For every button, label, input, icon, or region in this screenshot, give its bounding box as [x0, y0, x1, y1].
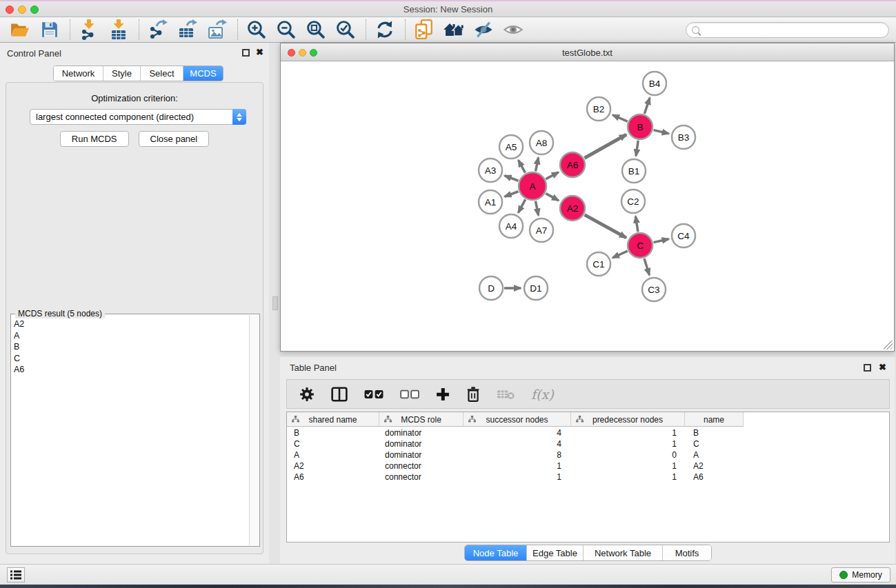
tab-network[interactable]: Network	[54, 66, 103, 81]
window-resize-grip[interactable]	[884, 341, 893, 349]
tab-motifs[interactable]: Motifs	[663, 545, 711, 560]
export-network-icon[interactable]	[147, 19, 169, 40]
mcds-result-item[interactable]: C	[14, 353, 247, 365]
graph-edge-A-A8[interactable]	[535, 158, 538, 172]
table-cell[interactable]: 1	[464, 460, 571, 472]
graph-edge-A-A4[interactable]	[518, 199, 525, 212]
home-icon[interactable]	[443, 19, 465, 40]
import-table-icon[interactable]	[108, 19, 130, 40]
column-header-name[interactable]: name	[685, 412, 744, 427]
run-mcds-button[interactable]: Run MCDS	[60, 131, 129, 147]
graph-node-C3[interactable]: C3	[642, 278, 666, 301]
table-cell[interactable]: dominator	[379, 449, 464, 460]
float-table-panel-icon[interactable]	[864, 364, 871, 372]
table-cell[interactable]: A2	[287, 460, 379, 472]
graph-node-B[interactable]: B	[628, 114, 653, 139]
task-history-button[interactable]	[7, 567, 25, 582]
graph-node-B1[interactable]: B1	[622, 159, 646, 183]
graph-edge-A-A6[interactable]	[546, 172, 558, 179]
table-cell[interactable]: B	[287, 427, 379, 438]
graph-edge-A2-C[interactable]	[585, 215, 626, 238]
table-cell[interactable]: A6	[287, 472, 379, 483]
export-image-icon[interactable]	[206, 19, 228, 40]
tab-edge-table[interactable]: Edge Table	[527, 545, 584, 560]
table-cell[interactable]: 1	[571, 427, 685, 438]
graph-node-A7[interactable]: A7	[530, 219, 553, 242]
import-network-icon[interactable]	[78, 19, 100, 40]
graph-edge-A-A2[interactable]	[546, 194, 559, 201]
graph-edge-B-B4[interactable]	[644, 98, 650, 114]
zoom-out-icon[interactable]	[275, 19, 297, 40]
table-cell[interactable]: 4	[464, 427, 571, 438]
graph-node-B2[interactable]: B2	[587, 97, 610, 121]
graph-edge-C-C3[interactable]	[644, 258, 649, 275]
export-table-icon[interactable]	[177, 19, 199, 40]
graph-node-A4[interactable]: A4	[499, 214, 523, 238]
graph-edge-B-B2[interactable]	[613, 115, 627, 121]
graph-node-A2[interactable]: A2	[560, 196, 585, 221]
search-input[interactable]	[699, 26, 888, 35]
table-cell[interactable]: A	[685, 449, 744, 460]
graph-node-A6[interactable]: A6	[560, 152, 585, 177]
network-window-titlebar[interactable]: testGlobe.txt	[281, 43, 894, 61]
eye-show-icon[interactable]	[502, 19, 524, 40]
graph-node-C1[interactable]: C1	[587, 252, 610, 276]
tab-select[interactable]: Select	[141, 66, 183, 81]
graph-edge-A-A5[interactable]	[519, 160, 526, 172]
graph-edge-A6-B[interactable]	[584, 134, 626, 158]
deselect-all-checkboxes-icon[interactable]	[400, 385, 419, 403]
table-cell[interactable]: C	[685, 438, 744, 449]
graph-edge-C-C4[interactable]	[654, 239, 669, 243]
graph-edge-C-C2[interactable]	[635, 216, 638, 232]
split-divider-grip[interactable]	[272, 296, 278, 310]
close-panel-icon[interactable]: ✖	[256, 47, 263, 57]
refresh-icon[interactable]	[374, 19, 396, 40]
tab-node-table[interactable]: Node Table	[465, 545, 527, 560]
table-cell[interactable]: A	[287, 449, 379, 460]
table-cell[interactable]: dominator	[379, 438, 464, 449]
graph-node-A5[interactable]: A5	[499, 135, 523, 159]
table-cell[interactable]: A6	[685, 472, 744, 483]
copy-network-icon[interactable]	[413, 19, 435, 40]
tab-mcds[interactable]: MCDS	[183, 66, 223, 81]
mcds-result-item[interactable]: A2	[14, 318, 247, 330]
zoom-fit-icon[interactable]	[305, 19, 327, 40]
delete-column-icon[interactable]	[466, 385, 480, 403]
graph-node-D1[interactable]: D1	[524, 276, 548, 300]
result-scrollbar[interactable]	[249, 315, 259, 545]
table-cell[interactable]: 1	[571, 438, 685, 449]
table-cell[interactable]: 4	[464, 438, 571, 449]
graph-edge-A-A3[interactable]	[505, 176, 519, 181]
graph-node-A3[interactable]: A3	[479, 159, 502, 182]
graph-node-C2[interactable]: C2	[621, 190, 645, 213]
mcds-result-item[interactable]: B	[14, 341, 247, 353]
graph-node-C4[interactable]: C4	[672, 224, 695, 247]
table-row[interactable]: Bdominator41B	[287, 427, 890, 438]
delete-table-icon[interactable]	[497, 385, 515, 403]
table-cell[interactable]: A2	[685, 460, 744, 472]
graph-edge-B-B3[interactable]	[653, 130, 668, 134]
graph-edge-A-A1[interactable]	[505, 192, 519, 196]
table-cell[interactable]: 1	[571, 472, 685, 483]
graph-node-A8[interactable]: A8	[530, 131, 553, 154]
graph-edge-C-C1[interactable]	[613, 251, 628, 258]
table-cell[interactable]: dominator	[379, 427, 464, 438]
column-header-MCDS-role[interactable]: MCDS role	[379, 412, 464, 427]
optimization-criterion-dropdown[interactable]: largest connected component (directed)	[30, 109, 246, 125]
graph-node-B3[interactable]: B3	[672, 125, 695, 149]
column-header-successor-nodes[interactable]: successor nodes	[464, 412, 571, 427]
table-cell[interactable]: C	[287, 438, 379, 449]
save-session-icon[interactable]	[39, 19, 61, 40]
graph-node-A1[interactable]: A1	[479, 190, 502, 214]
table-cell[interactable]: 1	[464, 472, 571, 483]
float-panel-icon[interactable]	[242, 49, 250, 57]
table-cell[interactable]: 0	[571, 449, 685, 460]
table-cell[interactable]: connector	[379, 472, 464, 483]
graph-edge-A-A7[interactable]	[535, 201, 538, 216]
mcds-result-item[interactable]: A6	[14, 364, 247, 376]
table-row[interactable]: A6connector11A6	[287, 472, 890, 483]
graph-node-C[interactable]: C	[628, 233, 653, 258]
table-row[interactable]: A2connector11A2	[287, 460, 890, 472]
table-cell[interactable]: 1	[571, 460, 685, 472]
graph-node-A[interactable]: A	[519, 172, 546, 200]
